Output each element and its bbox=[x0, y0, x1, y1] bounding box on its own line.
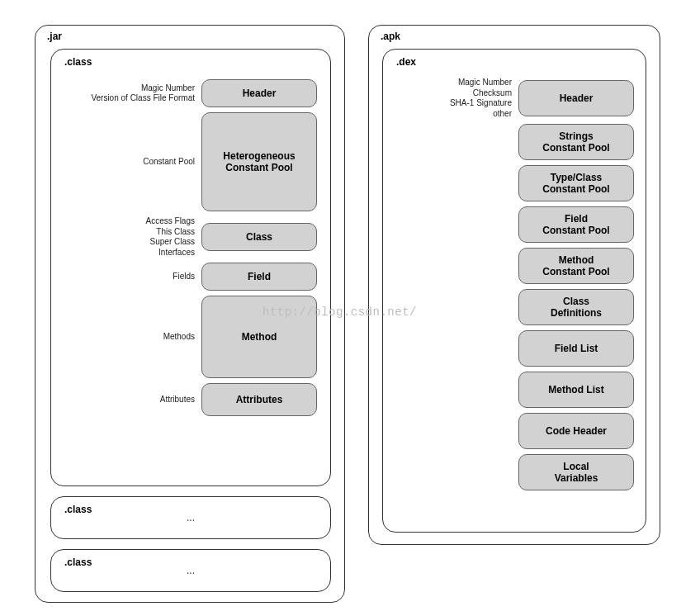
annotation-line: Fields bbox=[86, 272, 195, 282]
apk-panel: .apk .dex Magic NumberChecksumSHA-1 Sign… bbox=[368, 25, 660, 545]
row-annotation: Methods bbox=[86, 332, 201, 343]
annotation-line: Checksum bbox=[419, 88, 512, 99]
jar-panel: .jar .class Magic NumberVersion of Class… bbox=[35, 25, 345, 603]
dex-row: Strings Constant Pool bbox=[388, 124, 634, 160]
row-block: Field bbox=[201, 263, 317, 291]
dex-label: .dex bbox=[396, 56, 416, 68]
annotation-line: Super Class bbox=[86, 237, 195, 248]
annotation-line: SHA-1 Signature bbox=[419, 98, 512, 109]
row-annotation: Access FlagsThis ClassSuper ClassInterfa… bbox=[86, 216, 201, 258]
row-block: Attributes bbox=[201, 383, 317, 416]
annotation-line: Constant Pool bbox=[86, 157, 195, 168]
annotation-line: Magic Number bbox=[419, 78, 512, 88]
annotation-line: Attributes bbox=[86, 395, 195, 405]
class-ellipsis-1: ... bbox=[51, 497, 330, 523]
dex-rows-container: Magic NumberChecksumSHA-1 Signatureother… bbox=[388, 78, 634, 490]
row-annotation: Magic NumberChecksumSHA-1 Signatureother bbox=[419, 78, 518, 119]
class-label-main: .class bbox=[64, 56, 92, 68]
apk-label: .apk bbox=[381, 31, 400, 42]
dex-row: Field Constant Pool bbox=[388, 206, 634, 243]
dex-row: Class Definitions bbox=[388, 289, 634, 325]
class-row: Constant PoolHeterogeneous Constant Pool bbox=[58, 112, 317, 211]
dex-row: Local Variables bbox=[388, 454, 634, 490]
annotation-line: This Class bbox=[86, 227, 195, 238]
class-panel-extra-1: .class ... bbox=[50, 496, 331, 539]
class-row: Magic NumberVersion of Class File Format… bbox=[58, 79, 317, 107]
annotation-line: other bbox=[419, 109, 512, 120]
dex-block: Method List bbox=[518, 372, 634, 408]
annotation-line: Interfaces bbox=[86, 248, 195, 258]
class-row: FieldsField bbox=[58, 263, 317, 291]
dex-panel: .dex Magic NumberChecksumSHA-1 Signature… bbox=[382, 49, 646, 533]
dex-block: Code Header bbox=[518, 413, 634, 449]
dex-row: Type/Class Constant Pool bbox=[388, 165, 634, 201]
dex-block: Header bbox=[518, 80, 634, 116]
dex-row: Code Header bbox=[388, 413, 634, 449]
row-annotation: Constant Pool bbox=[86, 157, 201, 168]
dex-row: Magic NumberChecksumSHA-1 Signatureother… bbox=[388, 78, 634, 119]
dex-row: Method List bbox=[388, 372, 634, 408]
class-panel-main: .class Magic NumberVersion of Class File… bbox=[50, 49, 331, 486]
annotation-line: Methods bbox=[86, 332, 195, 343]
dex-block: Class Definitions bbox=[518, 289, 634, 325]
dex-block: Method Constant Pool bbox=[518, 248, 634, 284]
class-row: MethodsMethod bbox=[58, 296, 317, 378]
row-annotation: Attributes bbox=[86, 395, 201, 405]
dex-block: Local Variables bbox=[518, 454, 634, 490]
row-annotation: Magic NumberVersion of Class File Format bbox=[86, 83, 201, 104]
dex-block: Type/Class Constant Pool bbox=[518, 165, 634, 201]
dex-block: Field List bbox=[518, 330, 634, 367]
class-ellipsis-2: ... bbox=[51, 550, 330, 576]
row-block: Method bbox=[201, 296, 317, 378]
row-annotation: Fields bbox=[86, 272, 201, 282]
annotation-line: Magic Number bbox=[86, 83, 195, 94]
dex-block: Field Constant Pool bbox=[518, 206, 634, 243]
row-block: Header bbox=[201, 79, 317, 107]
class-label-extra-2: .class bbox=[64, 557, 92, 568]
class-label-extra-1: .class bbox=[64, 504, 92, 515]
row-block: Heterogeneous Constant Pool bbox=[201, 112, 317, 211]
class-row: Access FlagsThis ClassSuper ClassInterfa… bbox=[58, 216, 317, 258]
jar-label: .jar bbox=[47, 31, 62, 42]
dex-row: Field List bbox=[388, 330, 634, 367]
class-row: AttributesAttributes bbox=[58, 383, 317, 416]
row-block: Class bbox=[201, 223, 317, 251]
dex-row: Method Constant Pool bbox=[388, 248, 634, 284]
dex-block: Strings Constant Pool bbox=[518, 124, 634, 160]
annotation-line: Version of Class File Format bbox=[86, 93, 195, 104]
class-panel-extra-2: .class ... bbox=[50, 549, 331, 592]
diagram-canvas: .jar .class Magic NumberVersion of Class… bbox=[0, 0, 700, 611]
annotation-line: Access Flags bbox=[86, 216, 195, 227]
class-rows-container: Magic NumberVersion of Class File Format… bbox=[58, 79, 317, 416]
